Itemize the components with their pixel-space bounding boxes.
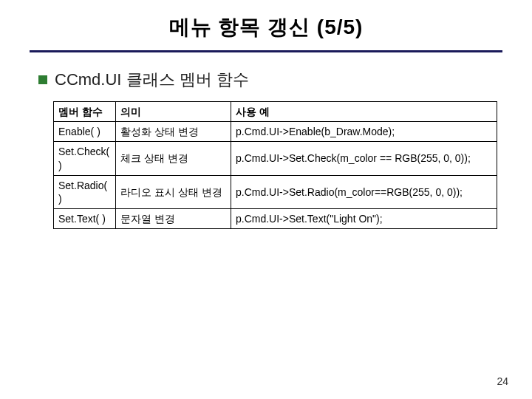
page-number: 24 [497, 375, 508, 387]
table-row: Enable( ) 활성화 상태 변경 p.Cmd.UI->Enable(b_D… [54, 122, 497, 142]
table-row: Set.Text( ) 문자열 변경 p.Cmd.UI->Set.Text("L… [54, 209, 497, 229]
cell-name: Enable( ) [54, 122, 116, 142]
cell-meaning: 활성화 상태 변경 [116, 122, 231, 142]
cell-example: p.Cmd.UI->Enable(b_Draw.Mode); [231, 122, 497, 142]
table-header-row: 멤버 함수 의미 사용 예 [54, 102, 497, 122]
member-function-table: 멤버 함수 의미 사용 예 Enable( ) 활성화 상태 변경 p.Cmd.… [53, 101, 497, 229]
cell-meaning: 라디오 표시 상태 변경 [116, 175, 231, 208]
cell-meaning: 문자열 변경 [116, 209, 231, 229]
cell-meaning: 체크 상태 변경 [116, 142, 231, 175]
subsection: CCmd.UI 클래스 멤버 함수 [38, 69, 532, 91]
cell-example: p.Cmd.UI->Set.Check(m_color == RGB(255, … [231, 142, 497, 175]
cell-name: Set.Text( ) [54, 209, 116, 229]
subsection-title: CCmd.UI 클래스 멤버 함수 [55, 69, 249, 91]
header-meaning: 의미 [116, 102, 231, 122]
header-member: 멤버 함수 [54, 102, 116, 122]
title-underline [30, 50, 502, 52]
cell-example: p.Cmd.UI->Set.Text("Light On"); [231, 209, 497, 229]
cell-example: p.Cmd.UI->Set.Radio(m_color==RGB(255, 0,… [231, 175, 497, 208]
table-row: Set.Check( ) 체크 상태 변경 p.Cmd.UI->Set.Chec… [54, 142, 497, 175]
header-example: 사용 예 [231, 102, 497, 122]
cell-name: Set.Check( ) [54, 142, 116, 175]
cell-name: Set.Radio( ) [54, 175, 116, 208]
member-function-table-wrap: 멤버 함수 의미 사용 예 Enable( ) 활성화 상태 변경 p.Cmd.… [53, 101, 497, 229]
table-row: Set.Radio( ) 라디오 표시 상태 변경 p.Cmd.UI->Set.… [54, 175, 497, 208]
page-title: 메뉴 항목 갱신 (5/5) [0, 13, 532, 41]
bullet-icon [38, 75, 47, 84]
